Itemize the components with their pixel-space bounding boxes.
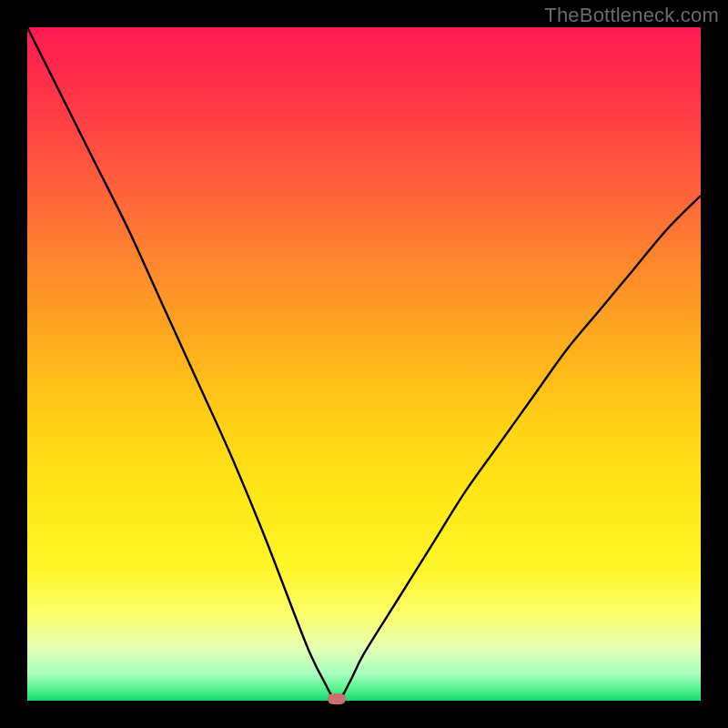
bottleneck-curve-path xyxy=(27,27,701,701)
watermark-text: TheBottleneck.com xyxy=(544,4,719,27)
plot-area xyxy=(27,27,701,701)
optimal-point-marker xyxy=(328,693,346,704)
chart-frame xyxy=(0,0,728,728)
bottleneck-curve-layer xyxy=(27,27,701,701)
